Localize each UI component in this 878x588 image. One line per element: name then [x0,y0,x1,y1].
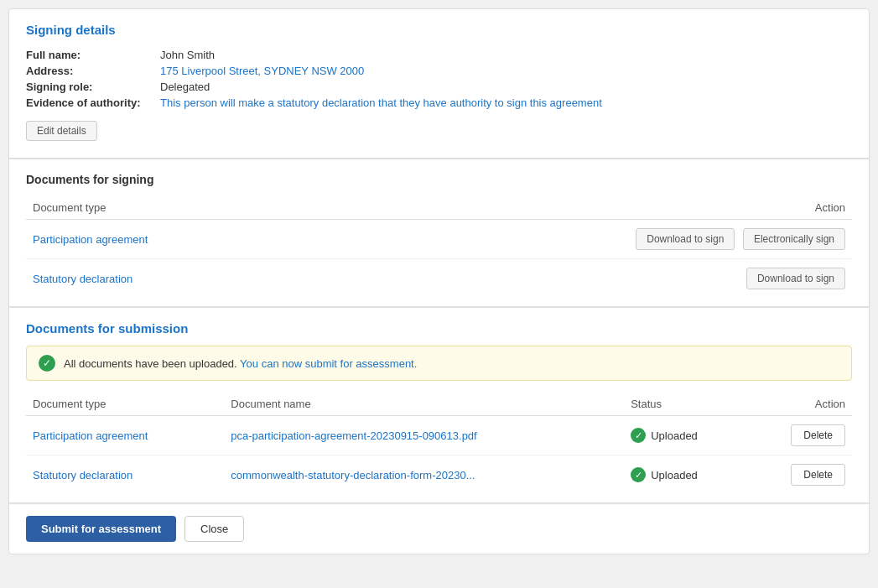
table-row: Statutory declaration Download to sign [26,259,852,299]
table-row: Participation agreement pca-participatio… [26,416,852,455]
submission-participation-status: ✓ Uploaded [631,428,740,443]
documents-signing-section: Documents for signing Document type Acti… [9,159,869,308]
banner-normal-text: All documents have been uploaded. [64,357,237,370]
address-value: 175 Liverpool Street, SYDNEY NSW 2000 [160,65,852,77]
delete-button-1[interactable]: Delete [791,424,845,446]
submission-statutory-link[interactable]: Statutory declaration [33,469,132,481]
sub-col-document-type-header: Document type [26,393,224,416]
signing-role-value: Delegated [160,81,852,93]
documents-signing-title: Documents for signing [26,173,852,186]
full-name-value: John Smith [160,49,852,61]
submission-statutory-filename[interactable]: commonwealth-statutory-declaration-form-… [231,469,475,481]
delete-button-2[interactable]: Delete [791,464,845,486]
submission-participation-filename[interactable]: pca-participation-agreement-20230915-090… [231,429,476,442]
table-row: Participation agreement Download to sign… [26,220,852,259]
participation-agreement-actions: Download to sign Electronically sign [324,220,852,259]
uploaded-check-icon-1: ✓ [631,428,646,443]
submission-participation-link[interactable]: Participation agreement [33,429,148,442]
col-action-header: Action [324,196,852,220]
col-document-type-header: Document type [26,196,324,220]
uploaded-check-icon-2: ✓ [631,467,646,482]
documents-signing-table: Document type Action Participation agree… [26,196,852,298]
submission-statutory-status: ✓ Uploaded [631,467,740,482]
uploaded-label-1: Uploaded [651,429,698,442]
signing-role-label: Signing role: [26,81,160,93]
success-check-icon: ✓ [39,355,55,372]
download-to-sign-button-1[interactable]: Download to sign [636,228,735,250]
submission-statutory-action: Delete [748,455,852,495]
address-label: Address: [26,65,160,77]
sub-col-document-name-header: Document name [224,393,624,416]
signing-details-title: Signing details [26,23,852,37]
statutory-declaration-actions: Download to sign [324,259,852,299]
download-to-sign-button-2[interactable]: Download to sign [746,268,845,289]
documents-submission-section: Documents for submission ✓ All documents… [9,308,869,504]
signing-details-grid: Full name: John Smith Address: 175 Liver… [26,49,852,109]
sub-col-action-header: Action [748,393,852,416]
submit-for-assessment-button[interactable]: Submit for assessment [26,516,176,542]
sub-col-status-header: Status [624,393,747,416]
footer-section: Submit for assessment Close [9,504,869,554]
full-name-label: Full name: [26,49,160,61]
evidence-label: Evidence of authority: [26,96,160,109]
signing-details-section: Signing details Full name: John Smith Ad… [9,9,869,159]
submission-participation-action: Delete [748,416,852,455]
participation-agreement-link[interactable]: Participation agreement [33,233,148,246]
close-button[interactable]: Close [184,516,244,542]
table-row: Statutory declaration commonwealth-statu… [26,455,852,495]
banner-highlight-text: You can now submit for assessment. [240,357,417,370]
evidence-value: This person will make a statutory declar… [160,96,852,109]
success-banner-text: All documents have been uploaded. You ca… [64,357,417,370]
documents-submission-title: Documents for submission [26,321,852,336]
statutory-declaration-link[interactable]: Statutory declaration [33,273,132,285]
documents-submission-table: Document type Document name Status Actio… [26,393,852,494]
electronically-sign-button-1[interactable]: Electronically sign [743,228,845,250]
uploaded-label-2: Uploaded [651,469,698,481]
edit-details-button[interactable]: Edit details [26,121,97,141]
success-banner: ✓ All documents have been uploaded. You … [26,346,852,381]
page-wrapper: Signing details Full name: John Smith Ad… [8,8,870,554]
